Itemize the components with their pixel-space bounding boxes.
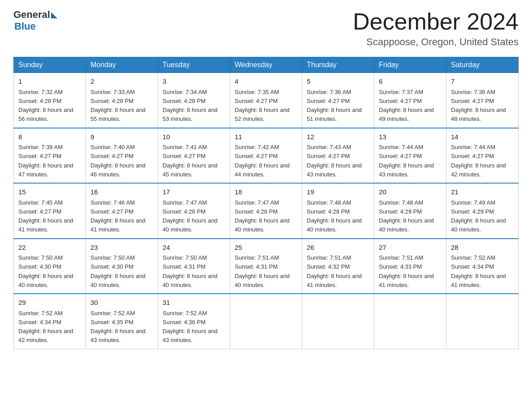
day-number: 4 xyxy=(235,77,297,87)
day-number: 28 xyxy=(451,243,514,253)
day-info: Sunrise: 7:44 AMSunset: 4:27 PMDaylight:… xyxy=(451,144,506,178)
calendar-subtitle: Scappoose, Oregon, United States xyxy=(353,36,519,48)
calendar-cell: 14Sunrise: 7:44 AMSunset: 4:27 PMDayligh… xyxy=(446,128,519,184)
calendar-cell: 19Sunrise: 7:48 AMSunset: 4:28 PMDayligh… xyxy=(302,183,374,239)
day-number: 29 xyxy=(18,298,81,308)
weekday-header-sunday: Sunday xyxy=(14,57,86,73)
calendar-cell: 2Sunrise: 7:33 AMSunset: 4:28 PMDaylight… xyxy=(86,73,158,128)
day-info: Sunrise: 7:41 AMSunset: 4:27 PMDaylight:… xyxy=(163,144,218,178)
calendar-cell: 11Sunrise: 7:42 AMSunset: 4:27 PMDayligh… xyxy=(230,128,302,184)
logo-text-blue: Blue xyxy=(14,21,36,32)
calendar-cell: 13Sunrise: 7:44 AMSunset: 4:27 PMDayligh… xyxy=(374,128,446,184)
day-info: Sunrise: 7:51 AMSunset: 4:32 PMDaylight:… xyxy=(307,254,362,288)
day-number: 14 xyxy=(451,132,514,142)
calendar-title: December 2024 xyxy=(353,9,519,34)
calendar-cell xyxy=(374,294,446,349)
day-number: 17 xyxy=(163,187,225,197)
day-info: Sunrise: 7:47 AMSunset: 4:28 PMDaylight:… xyxy=(163,199,218,233)
day-number: 11 xyxy=(235,132,297,142)
day-info: Sunrise: 7:43 AMSunset: 4:27 PMDaylight:… xyxy=(307,144,362,178)
calendar-cell xyxy=(230,294,302,349)
day-info: Sunrise: 7:51 AMSunset: 4:31 PMDaylight:… xyxy=(235,254,290,288)
day-number: 16 xyxy=(90,187,153,197)
calendar-cell: 9Sunrise: 7:40 AMSunset: 4:27 PMDaylight… xyxy=(86,128,158,184)
day-number: 1 xyxy=(18,77,81,87)
calendar-cell: 28Sunrise: 7:52 AMSunset: 4:34 PMDayligh… xyxy=(446,239,519,294)
calendar-cell: 3Sunrise: 7:34 AMSunset: 4:28 PMDaylight… xyxy=(158,73,230,128)
day-info: Sunrise: 7:52 AMSunset: 4:36 PMDaylight:… xyxy=(163,310,218,344)
day-number: 26 xyxy=(307,243,369,253)
calendar-cell: 29Sunrise: 7:52 AMSunset: 4:34 PMDayligh… xyxy=(14,294,86,349)
calendar-cell: 23Sunrise: 7:50 AMSunset: 4:30 PMDayligh… xyxy=(86,239,158,294)
day-info: Sunrise: 7:50 AMSunset: 4:31 PMDaylight:… xyxy=(163,254,218,288)
calendar-cell: 15Sunrise: 7:45 AMSunset: 4:27 PMDayligh… xyxy=(14,183,86,239)
calendar-week-row: 15Sunrise: 7:45 AMSunset: 4:27 PMDayligh… xyxy=(14,183,519,239)
calendar-table: SundayMondayTuesdayWednesdayThursdayFrid… xyxy=(13,57,519,349)
calendar-cell: 22Sunrise: 7:50 AMSunset: 4:30 PMDayligh… xyxy=(14,239,86,294)
calendar-cell: 26Sunrise: 7:51 AMSunset: 4:32 PMDayligh… xyxy=(302,239,374,294)
day-number: 6 xyxy=(379,77,442,87)
logo-triangle-icon xyxy=(51,12,57,18)
day-info: Sunrise: 7:45 AMSunset: 4:27 PMDaylight:… xyxy=(18,199,73,233)
day-number: 27 xyxy=(379,243,442,253)
day-info: Sunrise: 7:33 AMSunset: 4:28 PMDaylight:… xyxy=(90,89,146,123)
calendar-cell: 24Sunrise: 7:50 AMSunset: 4:31 PMDayligh… xyxy=(158,239,230,294)
calendar-cell: 6Sunrise: 7:37 AMSunset: 4:27 PMDaylight… xyxy=(374,73,446,128)
weekday-header-friday: Friday xyxy=(374,57,446,73)
calendar-cell: 30Sunrise: 7:52 AMSunset: 4:35 PMDayligh… xyxy=(86,294,158,349)
day-number: 9 xyxy=(90,132,153,142)
day-number: 5 xyxy=(307,77,369,87)
calendar-cell: 16Sunrise: 7:46 AMSunset: 4:27 PMDayligh… xyxy=(86,183,158,239)
day-info: Sunrise: 7:50 AMSunset: 4:30 PMDaylight:… xyxy=(90,254,146,288)
calendar-cell: 1Sunrise: 7:32 AMSunset: 4:28 PMDaylight… xyxy=(14,73,86,128)
calendar-cell: 12Sunrise: 7:43 AMSunset: 4:27 PMDayligh… xyxy=(302,128,374,184)
day-info: Sunrise: 7:39 AMSunset: 4:27 PMDaylight:… xyxy=(18,144,73,178)
day-number: 18 xyxy=(235,187,297,197)
day-number: 12 xyxy=(307,132,369,142)
calendar-cell: 8Sunrise: 7:39 AMSunset: 4:27 PMDaylight… xyxy=(14,128,86,184)
calendar-cell xyxy=(302,294,374,349)
day-number: 13 xyxy=(379,132,442,142)
day-info: Sunrise: 7:49 AMSunset: 4:29 PMDaylight:… xyxy=(451,199,506,233)
calendar-cell: 10Sunrise: 7:41 AMSunset: 4:27 PMDayligh… xyxy=(158,128,230,184)
day-number: 24 xyxy=(163,243,225,253)
weekday-header-thursday: Thursday xyxy=(302,57,374,73)
day-info: Sunrise: 7:52 AMSunset: 4:34 PMDaylight:… xyxy=(451,254,506,288)
logo: General Blue xyxy=(13,9,57,32)
day-number: 7 xyxy=(451,77,514,87)
day-number: 31 xyxy=(163,298,225,308)
day-info: Sunrise: 7:51 AMSunset: 4:33 PMDaylight:… xyxy=(379,254,434,288)
day-number: 20 xyxy=(379,187,442,197)
day-info: Sunrise: 7:48 AMSunset: 4:29 PMDaylight:… xyxy=(379,199,434,233)
day-number: 19 xyxy=(307,187,369,197)
calendar-cell: 21Sunrise: 7:49 AMSunset: 4:29 PMDayligh… xyxy=(446,183,519,239)
day-number: 10 xyxy=(163,132,225,142)
calendar-cell: 31Sunrise: 7:52 AMSunset: 4:36 PMDayligh… xyxy=(158,294,230,349)
day-info: Sunrise: 7:40 AMSunset: 4:27 PMDaylight:… xyxy=(90,144,146,178)
logo-text-general: General xyxy=(13,9,50,21)
calendar-cell: 25Sunrise: 7:51 AMSunset: 4:31 PMDayligh… xyxy=(230,239,302,294)
calendar-cell xyxy=(446,294,519,349)
day-info: Sunrise: 7:42 AMSunset: 4:27 PMDaylight:… xyxy=(235,144,290,178)
day-info: Sunrise: 7:38 AMSunset: 4:27 PMDaylight:… xyxy=(451,89,506,123)
weekday-header-tuesday: Tuesday xyxy=(158,57,230,73)
calendar-week-row: 1Sunrise: 7:32 AMSunset: 4:28 PMDaylight… xyxy=(14,73,519,128)
day-number: 3 xyxy=(163,77,225,87)
calendar-cell: 27Sunrise: 7:51 AMSunset: 4:33 PMDayligh… xyxy=(374,239,446,294)
day-info: Sunrise: 7:37 AMSunset: 4:27 PMDaylight:… xyxy=(379,89,434,123)
calendar-cell: 17Sunrise: 7:47 AMSunset: 4:28 PMDayligh… xyxy=(158,183,230,239)
day-info: Sunrise: 7:32 AMSunset: 4:28 PMDaylight:… xyxy=(18,89,73,123)
day-info: Sunrise: 7:35 AMSunset: 4:27 PMDaylight:… xyxy=(235,89,290,123)
weekday-header-wednesday: Wednesday xyxy=(230,57,302,73)
calendar-week-row: 22Sunrise: 7:50 AMSunset: 4:30 PMDayligh… xyxy=(14,239,519,294)
day-info: Sunrise: 7:52 AMSunset: 4:34 PMDaylight:… xyxy=(18,310,73,344)
day-info: Sunrise: 7:50 AMSunset: 4:30 PMDaylight:… xyxy=(18,254,73,288)
calendar-cell: 20Sunrise: 7:48 AMSunset: 4:29 PMDayligh… xyxy=(374,183,446,239)
day-number: 15 xyxy=(18,187,81,197)
day-info: Sunrise: 7:48 AMSunset: 4:28 PMDaylight:… xyxy=(307,199,362,233)
day-number: 21 xyxy=(451,187,514,197)
calendar-cell: 18Sunrise: 7:47 AMSunset: 4:28 PMDayligh… xyxy=(230,183,302,239)
day-number: 23 xyxy=(90,243,153,253)
day-number: 2 xyxy=(90,77,153,87)
day-number: 8 xyxy=(18,132,81,142)
